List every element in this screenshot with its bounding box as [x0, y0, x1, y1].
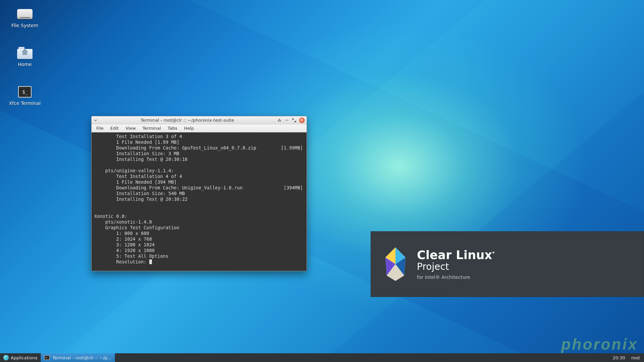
- window-menu-chevron-icon[interactable]: [94, 118, 98, 122]
- keep-above-button[interactable]: [277, 118, 282, 123]
- desktop-icon-label: Xfce Terminal: [9, 101, 41, 106]
- clear-linux-logo-icon: [384, 247, 407, 282]
- banner-project: Project: [417, 262, 495, 272]
- clear-linux-banner: Clear Linux* Project for Intel® Architec…: [371, 231, 644, 297]
- taskbar-window-button[interactable]: >_ Terminal - root@clr :: ~/p...: [41, 353, 115, 362]
- menu-view[interactable]: View: [123, 125, 139, 131]
- menubar: File Edit View Terminal Tabs Help: [92, 124, 307, 132]
- desktop-icon-terminal[interactable]: $_ Xfce Terminal: [5, 85, 45, 106]
- terminal-output[interactable]: Test Installation 3 of 4 1 File Needed […: [92, 132, 307, 271]
- close-button[interactable]: ✕: [299, 118, 305, 123]
- home-folder-icon: [17, 47, 33, 59]
- terminal-icon: $_: [18, 86, 32, 98]
- menu-help[interactable]: Help: [181, 125, 197, 131]
- phoronix-watermark: phoronix: [561, 335, 638, 353]
- minimize-button[interactable]: [284, 118, 289, 123]
- menu-tabs[interactable]: Tabs: [165, 125, 180, 131]
- drive-icon: [17, 9, 33, 19]
- menu-terminal[interactable]: Terminal: [140, 125, 164, 131]
- menu-edit[interactable]: Edit: [108, 125, 121, 131]
- maximize-button[interactable]: [292, 118, 297, 123]
- applications-logo-icon: [3, 355, 9, 360]
- banner-subtitle: for Intel® Architecture: [417, 275, 495, 280]
- applications-label: Applications: [11, 355, 37, 360]
- applications-menu-button[interactable]: Applications: [0, 353, 41, 362]
- desktop-icon-label: File System: [11, 23, 38, 28]
- desktop-icon-filesystem[interactable]: File System: [5, 7, 45, 28]
- menu-file[interactable]: File: [94, 125, 106, 131]
- desktop-icon-label: Home: [18, 62, 32, 67]
- system-tray: 20:30 root: [608, 353, 644, 362]
- banner-title: Clear Linux*: [417, 248, 495, 262]
- desktop-icon-home[interactable]: Home: [5, 46, 45, 67]
- terminal-window: Terminal - root@clr :: ~/phoronix-test-s…: [91, 116, 307, 271]
- titlebar[interactable]: Terminal - root@clr :: ~/phoronix-test-s…: [92, 116, 307, 124]
- user-indicator[interactable]: root: [631, 355, 640, 360]
- taskbar: Applications >_ Terminal - root@clr :: ~…: [0, 353, 644, 362]
- taskbar-window-label: Terminal - root@clr :: ~/p...: [52, 355, 111, 360]
- terminal-small-icon: >_: [44, 355, 50, 360]
- window-title: Terminal - root@clr :: ~/phoronix-test-s…: [98, 118, 277, 123]
- clock[interactable]: 20:30: [612, 355, 625, 360]
